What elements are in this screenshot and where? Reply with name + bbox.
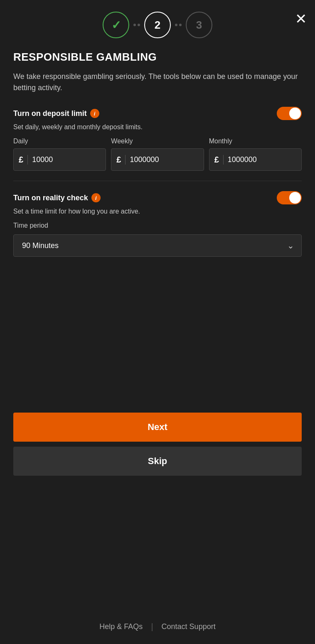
reality-check-track xyxy=(277,191,302,204)
reality-check-toggle-row: Turn on reality check i xyxy=(13,191,302,204)
reality-check-description: Set a time limit for how long you are ac… xyxy=(13,208,302,215)
weekly-currency-symbol: £ xyxy=(116,155,126,165)
weekly-label: Weekly xyxy=(111,138,204,145)
dot xyxy=(179,24,182,26)
section-divider xyxy=(13,181,302,181)
weekly-input[interactable]: £ xyxy=(111,148,204,171)
deposit-limit-description: Set daily, weekly and monthly deposit li… xyxy=(13,123,302,131)
skip-button[interactable]: Skip xyxy=(13,447,302,476)
monthly-value-input[interactable] xyxy=(228,155,296,164)
weekly-input-group: Weekly £ xyxy=(111,138,204,171)
reality-check-info-icon[interactable]: i xyxy=(91,193,101,202)
daily-label: Daily xyxy=(13,138,106,145)
deposit-limit-track xyxy=(277,107,302,120)
next-button[interactable]: Next xyxy=(13,413,302,442)
button-section: Next Skip xyxy=(0,413,315,476)
main-content: RESPONSIBLE GAMBLING We take responsible… xyxy=(0,47,315,409)
contact-support-link[interactable]: Contact Support xyxy=(162,622,216,631)
deposit-limit-toggle-row: Turn on deposit limit i xyxy=(13,107,302,120)
reality-check-label: Turn on reality check i xyxy=(13,193,101,202)
monthly-label: Monthly xyxy=(209,138,302,145)
dot xyxy=(133,24,136,26)
step-1-check: ✓ xyxy=(111,18,121,32)
close-button[interactable]: ✕ xyxy=(295,12,307,26)
deposit-limit-info-icon[interactable]: i xyxy=(90,109,99,118)
footer-divider: | xyxy=(151,622,153,632)
deposit-limit-thumb xyxy=(289,108,301,119)
time-period-dropdown-wrapper: 30 Minutes 60 Minutes 90 Minutes 120 Min… xyxy=(13,234,302,257)
page-container: ✓ 2 3 ✕ RESPONSIBLE GAMBLING We take xyxy=(0,0,315,644)
reality-check-text: Turn on reality check xyxy=(13,194,88,202)
reality-check-thumb xyxy=(289,192,301,204)
step-3: 3 xyxy=(186,12,212,38)
step-dots-1 xyxy=(129,24,144,26)
spacer xyxy=(0,476,315,610)
monthly-input-group: Monthly £ xyxy=(209,138,302,171)
page-description: We take responsible gambling seriously. … xyxy=(13,71,302,93)
step-1: ✓ xyxy=(103,12,129,38)
step-2-label: 2 xyxy=(155,19,160,32)
help-faqs-link[interactable]: Help & FAQs xyxy=(99,622,143,631)
deposit-limit-section: Turn on deposit limit i Set daily, weekl… xyxy=(13,107,302,171)
footer: Help & FAQs | Contact Support xyxy=(0,610,315,644)
daily-input-group: Daily £ xyxy=(13,138,106,171)
step-dots-2 xyxy=(171,24,186,26)
stepper-row: ✓ 2 3 ✕ xyxy=(0,0,315,47)
deposit-limit-text: Turn on deposit limit xyxy=(13,109,87,118)
deposit-inputs: Daily £ Weekly £ Monthly £ xyxy=(13,138,302,171)
stepper-items: ✓ 2 3 xyxy=(103,12,212,38)
dot xyxy=(175,24,177,26)
reality-check-toggle[interactable] xyxy=(277,191,302,204)
monthly-currency-symbol: £ xyxy=(214,155,224,165)
time-period-select[interactable]: 30 Minutes 60 Minutes 90 Minutes 120 Min… xyxy=(13,234,302,257)
deposit-limit-label: Turn on deposit limit i xyxy=(13,109,99,118)
time-period-label: Time period xyxy=(13,222,302,229)
dot xyxy=(138,24,140,26)
daily-input[interactable]: £ xyxy=(13,148,106,171)
monthly-input[interactable]: £ xyxy=(209,148,302,171)
daily-currency-symbol: £ xyxy=(19,155,28,165)
deposit-limit-toggle[interactable] xyxy=(277,107,302,120)
daily-value-input[interactable] xyxy=(32,155,101,164)
step-3-label: 3 xyxy=(196,19,202,32)
page-title: RESPONSIBLE GAMBLING xyxy=(13,51,302,64)
weekly-value-input[interactable] xyxy=(130,155,198,164)
reality-check-section: Turn on reality check i Set a time limit… xyxy=(13,191,302,257)
step-2: 2 xyxy=(144,12,171,38)
